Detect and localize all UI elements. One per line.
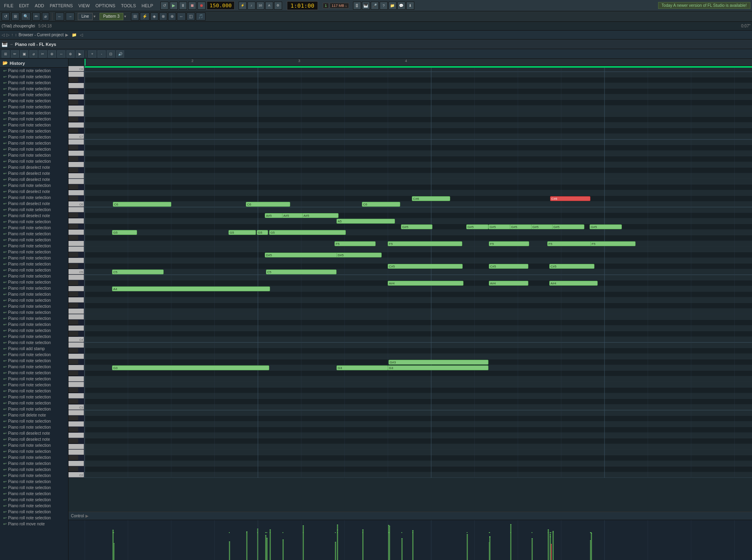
history-item-48[interactable]: ↩Piano roll note selection bbox=[0, 358, 68, 364]
declick-btn[interactable]: ⊗ bbox=[159, 12, 167, 21]
history-item-65[interactable]: ↩Piano roll note selection bbox=[0, 460, 68, 467]
history-item-72[interactable]: ↩Piano roll note selection bbox=[0, 503, 68, 509]
history-item-43[interactable]: ↩Piano roll note selection bbox=[0, 328, 68, 334]
note-24[interactable]: F5 bbox=[590, 241, 636, 246]
speaker-btn[interactable]: 🔊 bbox=[116, 50, 124, 58]
pencil-btn[interactable]: ✏ bbox=[32, 12, 40, 21]
zoom-out-btn[interactable]: - bbox=[98, 50, 106, 58]
history-item-61[interactable]: ↩Piano roll deselect note bbox=[0, 436, 68, 442]
note-15[interactable]: G#5 bbox=[590, 224, 622, 229]
history-item-11[interactable]: ↩Piano roll note selection bbox=[0, 134, 68, 140]
note-23[interactable]: F5 bbox=[547, 241, 592, 246]
history-item-12[interactable]: ↩Piano roll note selection bbox=[0, 140, 68, 146]
fit-btn[interactable]: ⊡ bbox=[107, 50, 115, 58]
menu-options[interactable]: OPTIONS bbox=[93, 2, 118, 9]
delete-btn[interactable]: ✂ bbox=[39, 50, 47, 58]
download-btn[interactable]: ⬇ bbox=[406, 2, 414, 10]
pattern-select[interactable]: Pattern 3 bbox=[100, 13, 123, 20]
history-item-2[interactable]: ↩Piano roll note selection bbox=[0, 80, 68, 86]
glue-btn[interactable]: ◈ bbox=[150, 12, 158, 21]
note-26[interactable]: D#5 bbox=[337, 253, 382, 257]
history-item-30[interactable]: ↩Piano roll note selection bbox=[0, 249, 68, 255]
history-item-68[interactable]: ↩Piano roll note selection bbox=[0, 479, 68, 485]
note-28[interactable]: C#5 bbox=[489, 264, 528, 269]
history-item-59[interactable]: ↩Piano roll note selection bbox=[0, 424, 68, 430]
history-item-1[interactable]: ↩Piano roll note selection bbox=[0, 74, 68, 80]
menu-file[interactable]: FILE bbox=[2, 2, 16, 9]
note-33[interactable]: A#4 bbox=[489, 281, 528, 286]
history-item-14[interactable]: ↩Piano roll note selection bbox=[0, 152, 68, 158]
loop-region-btn[interactable]: ↺ bbox=[2, 12, 10, 21]
history-item-22[interactable]: ↩Piano roll deselect note bbox=[0, 201, 68, 207]
history-item-41[interactable]: ↩Piano roll note selection bbox=[0, 315, 68, 321]
history-item-57[interactable]: ↩Piano roll delete note bbox=[0, 412, 68, 418]
note-7[interactable]: A#5 bbox=[302, 213, 339, 218]
history-item-47[interactable]: ↩Piano roll note selection bbox=[0, 352, 68, 358]
history-item-67[interactable]: ↩Piano roll note selection bbox=[0, 473, 68, 479]
select-btn[interactable]: ▣ bbox=[20, 50, 28, 58]
note-38[interactable]: G3 bbox=[337, 365, 388, 370]
loop-button[interactable]: ↺ bbox=[160, 2, 168, 10]
history-item-44[interactable]: ↩Piano roll note selection bbox=[0, 334, 68, 340]
line-mode-select[interactable]: Line bbox=[78, 13, 93, 20]
history-item-58[interactable]: ↩Piano roll note selection bbox=[0, 418, 68, 424]
brush-btn[interactable]: ⌀ bbox=[42, 12, 49, 21]
history-item-51[interactable]: ↩Piano roll note selection bbox=[0, 376, 68, 382]
note-14[interactable]: G#5 bbox=[552, 224, 584, 229]
history-item-39[interactable]: ↩Piano roll note selection bbox=[0, 303, 68, 309]
menu-view[interactable]: VIEW bbox=[76, 2, 92, 9]
note-18[interactable]: G5 bbox=[257, 230, 268, 235]
note-3[interactable]: C#6 bbox=[412, 196, 450, 201]
history-item-50[interactable]: ↩Piano roll note selection bbox=[0, 370, 68, 376]
history-item-29[interactable]: ↩Piano roll note selection bbox=[0, 243, 68, 249]
history-item-66[interactable]: ↩Piano roll note selection bbox=[0, 467, 68, 473]
history-item-4[interactable]: ↩Piano roll note selection bbox=[0, 92, 68, 98]
note-25[interactable]: D#5 bbox=[265, 253, 338, 257]
mode-btn5[interactable]: ⚙ bbox=[274, 2, 282, 10]
history-item-21[interactable]: ↩Piano roll note selection bbox=[0, 195, 68, 201]
history-item-24[interactable]: ↩Piano roll deselect note bbox=[0, 213, 68, 219]
note-22[interactable]: F5 bbox=[489, 241, 529, 246]
history-item-15[interactable]: ↩Piano roll note selection bbox=[0, 158, 68, 164]
history-item-7[interactable]: ↩Piano roll note selection bbox=[0, 110, 68, 116]
history-item-16[interactable]: ↩Piano roll deselect note bbox=[0, 164, 68, 170]
zoom2-btn[interactable]: ⊕ bbox=[66, 50, 75, 58]
history-item-27[interactable]: ↩Piano roll note selection bbox=[0, 231, 68, 237]
mixer-btn[interactable]: 🎛 bbox=[353, 2, 361, 10]
history-item-69[interactable]: ↩Piano roll note selection bbox=[0, 485, 68, 491]
piano-btn[interactable]: 🎹 bbox=[362, 2, 370, 10]
history-item-35[interactable]: ↩Piano roll note selection bbox=[0, 279, 68, 285]
history-item-71[interactable]: ↩Piano roll note selection bbox=[0, 497, 68, 503]
help-btn[interactable]: ? bbox=[380, 2, 388, 10]
menu-help[interactable]: HELP bbox=[139, 2, 156, 9]
history-item-33[interactable]: ↩Piano roll note selection bbox=[0, 267, 68, 273]
note-30[interactable]: C5 bbox=[112, 270, 164, 274]
history-item-70[interactable]: ↩Piano roll note selection bbox=[0, 491, 68, 497]
history-item-45[interactable]: ↩Piano roll note selection bbox=[0, 340, 68, 346]
history-item-52[interactable]: ↩Piano roll note selection bbox=[0, 382, 68, 388]
history-item-17[interactable]: ↩Piano roll deselect note bbox=[0, 170, 68, 176]
arp-btn[interactable]: ◫ bbox=[187, 12, 195, 21]
history-item-73[interactable]: ↩Piano roll note selection bbox=[0, 509, 68, 515]
zoom-in-btn[interactable]: + bbox=[88, 50, 96, 58]
note-9[interactable]: G#5 bbox=[401, 224, 432, 229]
menu-tools[interactable]: TOOLS bbox=[118, 2, 138, 9]
note-39[interactable]: G3 bbox=[388, 365, 488, 370]
history-item-28[interactable]: ↩Piano roll note selection bbox=[0, 237, 68, 243]
note-17[interactable]: G5 bbox=[229, 230, 256, 235]
history-item-13[interactable]: ↩Piano roll note selection bbox=[0, 146, 68, 152]
history-item-37[interactable]: ↩Piano roll note selection bbox=[0, 291, 68, 297]
line-select-btn[interactable]: ← bbox=[55, 12, 64, 21]
flip-btn[interactable]: ⊕ bbox=[168, 12, 176, 21]
history-item-75[interactable]: ↩Piano roll move note bbox=[0, 521, 68, 527]
mode-btn4[interactable]: A bbox=[265, 2, 273, 10]
mode-btn3[interactable]: 16 bbox=[256, 2, 264, 10]
history-item-54[interactable]: ↩Piano roll note selection bbox=[0, 394, 68, 400]
history-item-8[interactable]: ↩Piano roll note selection bbox=[0, 116, 68, 122]
note-4[interactable]: C#6 bbox=[550, 196, 590, 201]
mode-btn1[interactable]: ⚡ bbox=[239, 2, 247, 10]
quantize-btn[interactable]: ⊟ bbox=[131, 12, 139, 21]
note-27[interactable]: C#5 bbox=[388, 264, 463, 269]
history-item-32[interactable]: ↩Piano roll note selection bbox=[0, 261, 68, 267]
mode-btn2[interactable]: ♪ bbox=[247, 2, 256, 10]
